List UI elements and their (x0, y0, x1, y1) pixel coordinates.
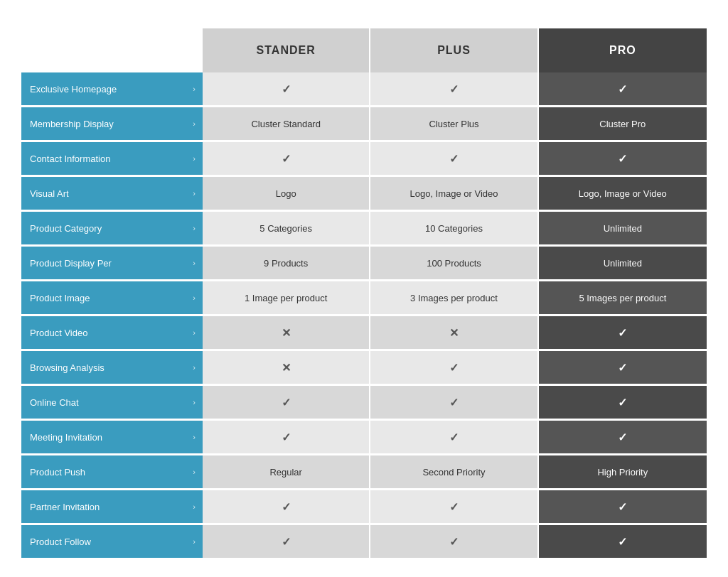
feature-label: Exclusive Homepage (30, 84, 117, 95)
feature-item-contact-information[interactable]: Contact Information› (21, 142, 203, 175)
check-icon: ✓ (282, 152, 291, 166)
plan-cell: Logo (203, 177, 370, 210)
plan-col-plus: PLUS✓Cluster Plus✓Logo, Image or Video10… (370, 28, 538, 560)
check-icon: ✓ (449, 535, 459, 549)
check-icon: ✓ (449, 361, 459, 374)
check-icon: ✓ (618, 500, 627, 514)
check-icon: ✓ (282, 82, 291, 96)
plan-cell: Second Priority (370, 455, 538, 488)
plan-cell: ✓ (203, 72, 370, 105)
feature-item-product-video[interactable]: Product Video› (21, 316, 203, 349)
chevron-icon: › (193, 224, 196, 232)
feature-label: Meeting Invitation (30, 432, 102, 443)
plan-col-pro: PRO✓Cluster Pro✓Logo, Image or VideoUnli… (539, 28, 707, 560)
plan-cell: 1 Image per product (203, 281, 370, 314)
plan-cell: 100 Products (370, 247, 538, 279)
check-icon: ✓ (618, 535, 627, 549)
feature-item-product-category[interactable]: Product Category› (21, 212, 203, 244)
check-icon: ✓ (282, 431, 291, 444)
plan-cell: Unlimited (539, 212, 707, 244)
plan-cell: ✕ (370, 316, 538, 349)
plan-cell: ✓ (539, 351, 707, 384)
feature-label: Online Chat (30, 397, 79, 408)
feature-item-product-display-per[interactable]: Product Display Per› (21, 247, 203, 279)
feature-item-browsing-analysis[interactable]: Browsing Analysis› (21, 351, 203, 384)
plan-cell: ✓ (539, 316, 707, 349)
chevron-icon: › (193, 85, 196, 93)
cross-icon: ✕ (449, 326, 459, 340)
feature-label: Contact Information (30, 153, 110, 164)
plan-cell: ✓ (203, 421, 370, 453)
plan-cell: 5 Categories (203, 212, 370, 244)
plan-cell: High Priority (539, 455, 707, 488)
feature-item-online-chat[interactable]: Online Chat› (21, 386, 203, 419)
check-icon: ✓ (449, 500, 459, 514)
chevron-icon: › (193, 119, 196, 128)
feature-item-visual-art[interactable]: Visual Art› (21, 177, 203, 210)
feature-item-membership-display[interactable]: Membership Display› (21, 107, 203, 140)
plan-cell: 3 Images per product (370, 281, 538, 314)
plan-cell: 10 Categories (370, 212, 538, 244)
feature-label: Membership Display (30, 119, 114, 129)
check-icon: ✓ (618, 326, 627, 340)
feature-item-exclusive-homepage[interactable]: Exclusive Homepage› (21, 72, 203, 105)
chevron-icon: › (193, 154, 196, 163)
plan-cell: ✓ (539, 490, 707, 523)
cross-icon: ✕ (282, 326, 291, 340)
plan-cell: ✓ (203, 525, 370, 558)
feature-item-partner-invitation[interactable]: Partner Invitation› (21, 490, 203, 523)
plan-cell: Cluster Plus (370, 107, 538, 140)
feature-label: Product Video (30, 328, 87, 338)
chevron-icon: › (193, 537, 196, 546)
check-icon: ✓ (618, 431, 627, 444)
chevron-icon: › (193, 363, 196, 372)
plan-cell: ✓ (539, 142, 707, 175)
plan-header-plus: PLUS (370, 28, 538, 72)
chevron-icon: › (193, 189, 196, 198)
plan-cell: Unlimited (539, 247, 707, 279)
plan-cell: 9 Products (203, 247, 370, 279)
feature-label: Product Follow (30, 536, 91, 547)
plan-cell: ✓ (539, 525, 707, 558)
plan-cell: ✓ (203, 490, 370, 523)
plan-cell: ✕ (203, 316, 370, 349)
feature-label: Browsing Analysis (30, 362, 105, 373)
chevron-icon: › (193, 398, 196, 406)
feature-label: Partner Invitation (30, 502, 100, 512)
plan-header-pro: PRO (539, 28, 707, 72)
feature-item-product-push[interactable]: Product Push› (21, 455, 203, 488)
check-icon: ✓ (449, 431, 459, 444)
feature-item-meeting-invitation[interactable]: Meeting Invitation› (21, 421, 203, 453)
plan-cell: ✓ (203, 142, 370, 175)
plan-cell: Regular (203, 455, 370, 488)
feature-label: Product Push (30, 467, 85, 478)
chevron-icon: › (193, 259, 196, 267)
chevron-icon: › (193, 468, 196, 476)
chevron-icon: › (193, 293, 196, 302)
plan-cell: Logo, Image or Video (370, 177, 538, 210)
feature-label: Visual Art (30, 188, 69, 199)
plan-cell: ✓ (370, 525, 538, 558)
plan-cell: 5 Images per product (539, 281, 707, 314)
check-icon: ✓ (618, 396, 627, 409)
chevron-icon: › (193, 502, 196, 511)
feature-item-product-image[interactable]: Product Image› (21, 281, 203, 314)
plan-header-stander: STANDER (203, 28, 370, 72)
feature-label: Product Display Per (30, 258, 112, 269)
plans-area: STANDER✓Cluster Standard✓Logo5 Categorie… (203, 28, 707, 560)
plan-cell: ✓ (370, 421, 538, 453)
plan-col-stander: STANDER✓Cluster Standard✓Logo5 Categorie… (203, 28, 370, 560)
check-icon: ✓ (449, 82, 459, 96)
check-icon: ✓ (449, 152, 459, 166)
feature-item-product-follow[interactable]: Product Follow› (21, 525, 203, 558)
chevron-icon: › (193, 433, 196, 441)
plan-cell: ✓ (370, 142, 538, 175)
check-icon: ✓ (618, 82, 627, 96)
check-icon: ✓ (282, 500, 291, 514)
check-icon: ✓ (449, 396, 459, 409)
plan-cell: ✓ (539, 72, 707, 105)
plan-cell: Cluster Standard (203, 107, 370, 140)
plan-cell: Logo, Image or Video (539, 177, 707, 210)
feature-label: Product Image (30, 293, 90, 303)
feature-label: Product Category (30, 223, 102, 234)
